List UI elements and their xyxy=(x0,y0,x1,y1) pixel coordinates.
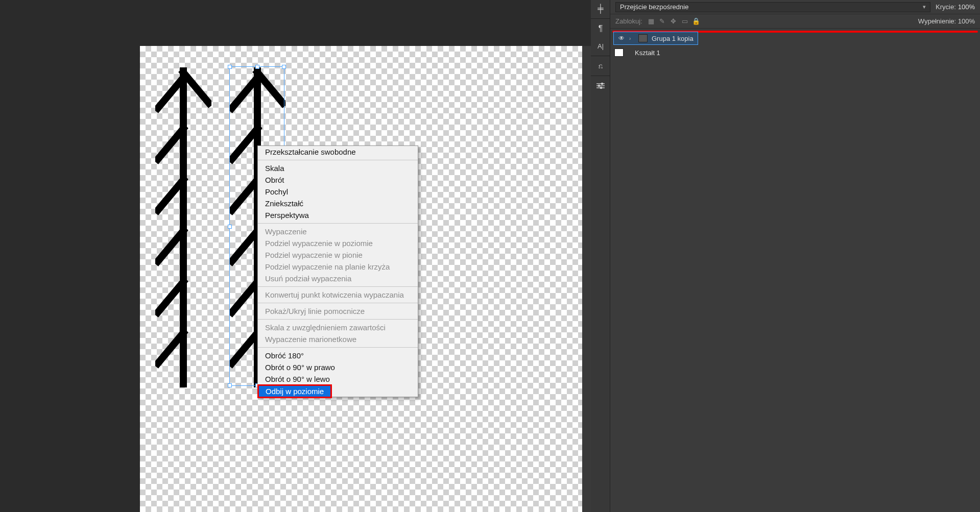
context-menu-item[interactable]: Pochyl xyxy=(258,186,418,198)
transform-context-menu: Przekształcanie swobodneSkalaObrótPochyl… xyxy=(257,145,418,397)
svg-line-3 xyxy=(158,180,183,210)
context-menu-item: Wypaczenie xyxy=(258,226,418,237)
layer-thumbnail xyxy=(614,48,624,57)
layer-name[interactable]: Kształt 1 xyxy=(635,49,660,57)
paragraph-icon[interactable]: ¶ xyxy=(591,20,610,37)
context-menu-item[interactable]: Obrót xyxy=(258,174,418,186)
transform-handle-nw[interactable] xyxy=(228,65,232,69)
lock-all-icon[interactable]: 🔒 xyxy=(691,17,701,26)
blend-mode-value: Przejście bezpośrednie xyxy=(620,3,688,11)
layers-panel-header: Przejście bezpośrednie ▾ Krycie: 100% xyxy=(610,0,980,14)
lock-artboard-icon[interactable]: ▭ xyxy=(680,17,689,26)
context-menu-item: Podziel wypaczenie na planie krzyża xyxy=(258,261,418,273)
context-menu-item: Usuń podział wypaczenia xyxy=(258,273,418,284)
lock-label: Zablokuj: xyxy=(615,17,642,25)
opacity-label: Krycie: xyxy=(936,3,956,11)
canvas-scrollbar-vertical[interactable] xyxy=(582,46,591,512)
context-menu-item[interactable]: Perspektywa xyxy=(258,209,418,221)
artwork-branch-1 xyxy=(155,67,211,394)
adjustments-icon[interactable] xyxy=(591,77,610,94)
svg-line-4 xyxy=(158,231,183,261)
svg-line-2 xyxy=(158,129,183,159)
brush-panel-icon[interactable]: ╪ xyxy=(591,0,610,17)
layer-row[interactable]: 👁Kształt 1 xyxy=(610,46,980,59)
svg-point-20 xyxy=(598,85,600,86)
context-menu-item[interactable]: Obrót o 90° w prawo xyxy=(258,361,418,373)
context-menu-item: Skala z uwzględnieniem zawartości xyxy=(258,322,418,333)
transform-handle-ne[interactable] xyxy=(282,65,286,69)
context-menu-item: Podziel wypaczenie w pionie xyxy=(258,249,418,261)
transform-handle-n[interactable] xyxy=(255,65,259,69)
context-menu-item[interactable]: Skala xyxy=(258,162,418,174)
collapsed-panel-strip: ╪ ¶ A| ⎌ xyxy=(591,0,610,512)
lock-position-icon[interactable]: ✥ xyxy=(669,17,678,26)
context-menu-item[interactable]: Obrót o 90° w lewo xyxy=(258,373,418,385)
svg-line-7 xyxy=(183,72,209,103)
layers-panel: Przejście bezpośrednie ▾ Krycie: 100% Za… xyxy=(610,0,980,512)
path-icon[interactable]: ⎌ xyxy=(591,57,610,75)
context-menu-item: Pokaż/Ukryj linie pomocnicze xyxy=(258,305,418,317)
svg-point-19 xyxy=(601,83,603,84)
svg-line-6 xyxy=(158,333,183,363)
layer-name[interactable]: Grupa 1 kopia xyxy=(652,35,694,42)
context-menu-item: Podziel wypaczenie w poziomie xyxy=(258,237,418,249)
lock-pixels-icon[interactable]: ✎ xyxy=(658,17,667,26)
svg-line-1 xyxy=(158,78,183,108)
context-menu-item[interactable]: Zniekształć xyxy=(258,198,418,209)
opacity-value[interactable]: 100% xyxy=(958,3,975,11)
layers-lock-row: Zablokuj: ▦ ✎ ✥ ▭ 🔒 Wypełnienie: 100% xyxy=(610,14,980,29)
context-menu-item[interactable]: Obróć 180° xyxy=(258,350,418,361)
svg-point-21 xyxy=(600,87,602,88)
context-menu-item: Wypaczenie marionetkowe xyxy=(258,333,418,345)
layers-list: 👁›Grupa 1 kopia👁›Grupa 1👁Kształt 1 xyxy=(610,29,980,59)
layer-visibility-icon[interactable]: 👁 xyxy=(618,35,625,42)
context-menu-item[interactable]: Przekształcanie swobodne xyxy=(258,146,418,158)
folder-icon xyxy=(638,34,648,42)
context-menu-item[interactable]: Odbij w poziomie xyxy=(258,385,331,398)
lock-transparency-icon[interactable]: ▦ xyxy=(647,17,656,26)
fill-label: Wypełnienie: xyxy=(918,17,956,25)
svg-line-5 xyxy=(158,282,183,312)
layer-expand-chevron[interactable]: › xyxy=(629,36,634,41)
transform-handle-sw[interactable] xyxy=(228,383,232,387)
context-menu-item: Konwertuj punkt kotwiczenia wypaczania xyxy=(258,289,418,301)
character-icon[interactable]: A| xyxy=(591,37,610,55)
blend-mode-dropdown[interactable]: Przejście bezpośrednie ▾ xyxy=(615,2,930,12)
chevron-down-icon: ▾ xyxy=(923,4,926,10)
fill-value[interactable]: 100% xyxy=(958,17,975,25)
transform-handle-w[interactable] xyxy=(228,225,232,229)
layer-row[interactable]: 👁›Grupa 1 kopia xyxy=(613,32,698,45)
